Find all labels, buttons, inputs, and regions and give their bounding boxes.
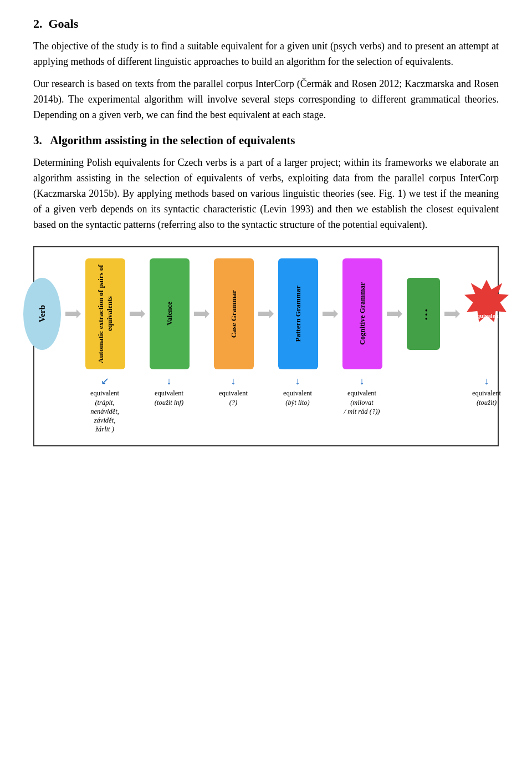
cognitive-grammar-label: Cognitive Grammar: [358, 282, 367, 345]
cognitive-grammar-node: Cognitive Grammar: [342, 258, 382, 369]
svg-marker-2: [194, 309, 209, 318]
dots-rect: ...: [407, 278, 440, 350]
pattern-grammar-label: Pattern Grammar: [294, 286, 303, 342]
diagram-labels: ↙ equivalent (trápit,nenávidět, závidět,…: [43, 375, 489, 434]
cognitive-equiv-sub: (milovat/ mít rád (?)): [344, 398, 380, 416]
pattern-grammar-rect: Pattern Grammar: [278, 258, 318, 369]
pattern-bottom-label: ↓ equivalent (být líto): [278, 375, 318, 407]
valence-rect: Valence: [150, 258, 190, 369]
pattern-equiv-label: equivalent: [283, 389, 312, 398]
section-3-para-1: Determining Polish equivalents for Czech…: [33, 155, 499, 232]
dots-label: ...: [416, 308, 431, 321]
case-arrow-down: ↓: [231, 375, 236, 388]
valence-arrow-down: ↓: [167, 375, 172, 388]
arrow-1: [63, 304, 83, 324]
equiv-equiv-sub: (toužit): [477, 398, 497, 407]
section-2-heading: 2. Goals: [33, 17, 499, 31]
valence-label: Valence: [165, 302, 174, 326]
arrow-6: [385, 304, 405, 324]
case-equiv-label: equivalent: [219, 389, 248, 398]
svg-text:Equivalent: Equivalent: [473, 312, 500, 319]
equivalent-starburst: Equivalent: [464, 278, 509, 350]
section-2: 2. Goals The objective of the study is t…: [33, 17, 499, 123]
section-3: 3. Algorithm assisting in the selection …: [33, 134, 499, 232]
equivalent-node: Equivalent: [464, 278, 509, 350]
arrow-2: [127, 304, 147, 324]
pattern-arrow-down: ↓: [295, 375, 300, 388]
valence-equiv-label: equivalent: [155, 389, 183, 398]
auto-equiv-sub: (trápit,nenávidět, závidět,žárlit ): [85, 398, 125, 434]
arrow-5: [320, 304, 340, 324]
svg-marker-3: [258, 309, 274, 318]
valence-bottom-label: ↓ equivalent (toužit inf): [149, 375, 189, 407]
pattern-grammar-node: Pattern Grammar: [278, 258, 318, 369]
svg-marker-1: [130, 309, 145, 318]
section-2-para-2: Our research is based on texts from the …: [33, 77, 499, 123]
section-3-heading: 3. Algorithm assisting in the selection …: [33, 134, 499, 148]
case-equiv-sub: (?): [229, 398, 238, 407]
svg-marker-5: [387, 309, 402, 318]
verb-label: Verb: [38, 305, 47, 322]
cognitive-equiv-label: equivalent: [347, 389, 376, 398]
svg-marker-6: [444, 309, 460, 318]
auto-arrow-down: ↙: [101, 375, 109, 388]
automatic-rect: Automatic extraction of pairs of equival…: [85, 258, 125, 369]
cognitive-grammar-rect: Cognitive Grammar: [342, 258, 382, 369]
case-grammar-node: Case Grammar: [214, 258, 254, 369]
diagram-flow: Verb Automatic extraction of pairs of eq…: [43, 258, 489, 369]
valence-node: Valence: [150, 258, 190, 369]
arrow-3: [192, 304, 212, 324]
equiv-arrow-down: ↓: [484, 375, 489, 388]
dots-node: ...: [407, 278, 440, 350]
cognitive-arrow-down: ↓: [360, 375, 365, 388]
equiv-equiv-label: equivalent: [472, 389, 501, 398]
svg-marker-0: [65, 309, 81, 318]
algorithm-diagram: Verb Automatic extraction of pairs of eq…: [33, 246, 499, 446]
verb-node: Verb: [23, 278, 61, 350]
auto-bottom-label: ↙ equivalent (trápit,nenávidět, závidět,…: [85, 375, 125, 434]
pattern-equiv-sub: (být líto): [285, 398, 309, 407]
automatic-label: Automatic extraction of pairs of equival…: [96, 258, 114, 369]
verb-ellipse: Verb: [23, 278, 61, 350]
valence-equiv-sub: (toužit inf): [155, 398, 183, 407]
cognitive-bottom-label: ↓ equivalent (milovat/ mít rád (?)): [342, 375, 382, 416]
auto-equiv-label: equivalent: [90, 389, 119, 398]
case-grammar-rect: Case Grammar: [214, 258, 254, 369]
automatic-node: Automatic extraction of pairs of equival…: [85, 258, 125, 369]
arrow-4: [256, 304, 276, 324]
equiv-bottom-label: ↓ equivalent (toužit): [464, 375, 509, 407]
svg-marker-4: [323, 309, 338, 318]
case-bottom-label: ↓ equivalent (?): [213, 375, 253, 407]
arrow-7: [442, 304, 462, 324]
section-2-para-1: The objective of the study is to find a …: [33, 39, 499, 70]
case-grammar-label: Case Grammar: [229, 290, 238, 338]
